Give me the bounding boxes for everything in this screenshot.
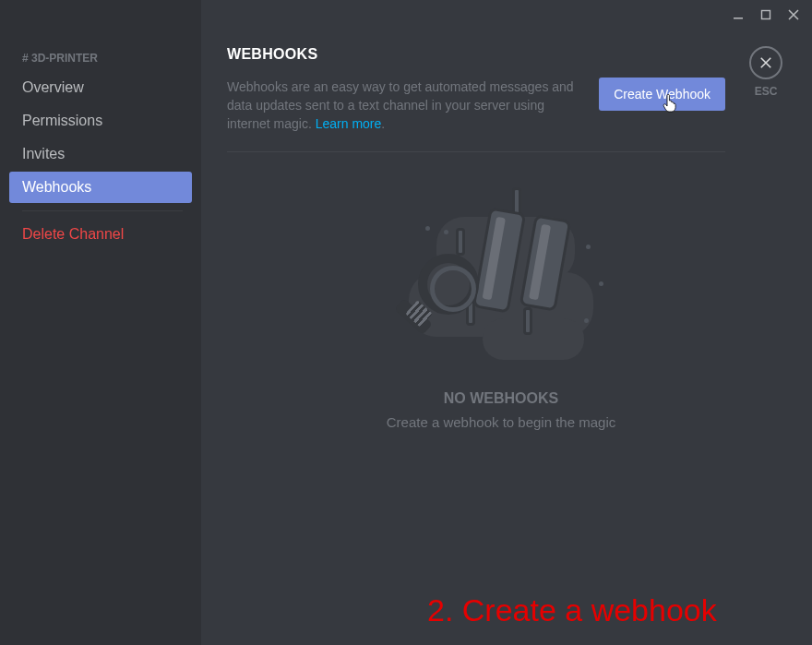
content-area: ESC WEBHOOKS Webhooks are an easy way to… [201,0,812,645]
empty-state: NO WEBHOOKS Create a webhook to begin th… [227,189,775,430]
magnifier-icon [418,254,479,315]
annotation-overlay: 2. Create a webhook [427,592,717,628]
empty-title: NO WEBHOOKS [227,390,775,407]
sidebar-channel-header: # 3D-PRINTER [9,46,192,70]
close-settings-area: ESC [749,46,782,98]
maximize-icon[interactable] [758,7,773,22]
sidebar-item-overview[interactable]: Overview [9,72,192,103]
sidebar-item-label: Delete Channel [22,226,124,242]
intro-row: Webhooks are an easy way to get automate… [227,78,725,152]
sidebar-item-label: Webhooks [22,179,91,195]
window-titlebar [731,0,812,28]
sidebar-item-delete-channel[interactable]: Delete Channel [9,219,192,250]
settings-sidebar: # 3D-PRINTER Overview Permissions Invite… [0,0,201,645]
create-webhook-button[interactable]: Create Webhook [599,78,725,111]
learn-more-link[interactable]: Learn more [316,116,382,131]
intro-period: . [381,116,385,131]
intro-text: Webhooks are an easy way to get automate… [227,78,580,133]
svg-rect-1 [762,11,770,19]
minimize-icon[interactable] [731,7,746,22]
svg-rect-0 [734,18,743,19]
create-webhook-label: Create Webhook [614,87,710,102]
sidebar-item-label: Invites [22,146,65,161]
esc-label: ESC [749,85,782,98]
sidebar-item-webhooks[interactable]: Webhooks [9,172,192,203]
sidebar-divider [22,210,183,211]
intro-description: Webhooks are an easy way to get automate… [227,79,574,131]
sidebar-item-label: Permissions [22,113,102,128]
sidebar-item-invites[interactable]: Invites [9,138,192,170]
page-title: WEBHOOKS [227,46,775,63]
close-settings-button[interactable] [749,46,782,79]
sidebar-item-permissions[interactable]: Permissions [9,105,192,137]
window-close-icon[interactable] [786,7,801,22]
sidebar-item-label: Overview [22,79,84,95]
empty-illustration [381,189,621,374]
empty-subtitle: Create a webhook to begin the magic [227,414,775,430]
